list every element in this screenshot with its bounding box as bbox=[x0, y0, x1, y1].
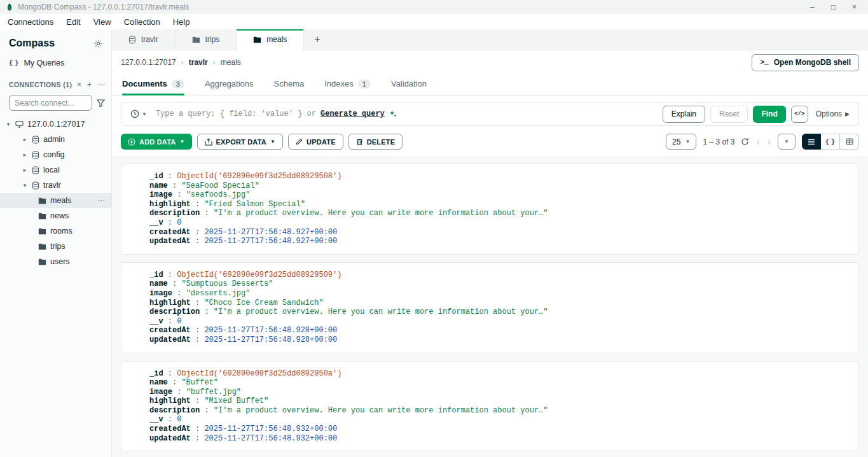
menu-edit[interactable]: Edit bbox=[66, 17, 80, 27]
workspace-tab-meals[interactable]: meals bbox=[237, 29, 304, 50]
find-button[interactable]: Find bbox=[753, 106, 785, 123]
update-button[interactable]: UPDATE bbox=[288, 134, 343, 150]
connections-more-icon[interactable]: ⋯ bbox=[97, 80, 105, 89]
sidebar-db-config[interactable]: ▸ config bbox=[0, 147, 111, 162]
json-view-button[interactable]: { } bbox=[821, 134, 840, 150]
field-colon: : bbox=[172, 190, 186, 199]
field-key: __v bbox=[149, 218, 163, 227]
explain-button[interactable]: Explain bbox=[663, 106, 705, 123]
document-field: updatedAt : 2025-11-27T17:56:48.928+00:0… bbox=[149, 335, 848, 345]
tab-documents[interactable]: Documents 3 bbox=[122, 79, 184, 95]
query-history-button[interactable]: ▼ bbox=[128, 109, 149, 118]
sidebar-collection-meals[interactable]: meals ⋯ bbox=[0, 193, 111, 208]
document-card[interactable]: _id : ObjectId('692890e09f3d25dd08929508… bbox=[121, 164, 859, 255]
document-field: highlight : "Fried Salmon Special" bbox=[149, 200, 848, 209]
page-size-select[interactable]: 25 ▼ bbox=[666, 134, 696, 150]
workspace-tab-trips[interactable]: trips bbox=[176, 29, 237, 50]
settings-gear-icon[interactable] bbox=[94, 39, 102, 48]
sidebar-item-my-queries[interactable]: { } My Queries bbox=[0, 55, 111, 71]
query-code-toggle-button[interactable]: </> bbox=[791, 106, 808, 123]
chevron-right-icon[interactable]: ▸ bbox=[22, 151, 28, 158]
document-field: _id : ObjectId('692890e09f3d25dd08929508… bbox=[149, 172, 848, 181]
field-value: ObjectId('692890e09f3d25dd08929508') bbox=[177, 172, 341, 181]
sidebar-collection-news[interactable]: news bbox=[0, 208, 111, 223]
export-data-button[interactable]: EXPORT DATA ▼ bbox=[197, 134, 284, 150]
refresh-button[interactable] bbox=[741, 137, 749, 146]
query-actions: Explain Reset Find </> Options ▶ bbox=[663, 106, 852, 123]
maximize-button[interactable]: □ bbox=[831, 3, 836, 11]
field-value: 2025-11-27T17:56:48.927+00:00 bbox=[204, 228, 337, 237]
tab-schema[interactable]: Schema bbox=[274, 79, 305, 95]
sidebar-collection-users[interactable]: users bbox=[0, 254, 111, 269]
document-card[interactable]: _id : ObjectId('692890e09f3d25dd0892950a… bbox=[121, 361, 859, 452]
sidebar-db-admin[interactable]: ▸ admin bbox=[0, 132, 111, 147]
minimize-button[interactable]: – bbox=[810, 3, 815, 11]
menu-bar: Connections Edit View Collection Help bbox=[0, 14, 868, 29]
tab-validation[interactable]: Validation bbox=[391, 79, 427, 95]
chevron-right-icon[interactable]: ▸ bbox=[22, 167, 28, 173]
add-connection-icon[interactable]: + bbox=[87, 80, 92, 89]
breadcrumb-database[interactable]: travlr bbox=[189, 58, 208, 67]
collection-name: rooms bbox=[50, 227, 72, 236]
field-key: _id bbox=[149, 271, 163, 279]
page-size-value: 25 bbox=[672, 137, 680, 146]
collapse-connections-icon[interactable]: × bbox=[77, 80, 81, 89]
prev-page-button[interactable]: ‹ bbox=[755, 137, 760, 147]
query-input[interactable]: Type a query: { field: 'value' } or Gene… bbox=[156, 109, 656, 118]
options-toggle[interactable]: Options ▶ bbox=[813, 109, 852, 118]
document-card[interactable]: _id : ObjectId('692890e09f3d25dd08929509… bbox=[121, 262, 859, 353]
menu-help[interactable]: Help bbox=[173, 17, 190, 27]
tab-aggregations[interactable]: Aggregations bbox=[205, 79, 254, 95]
sidebar-db-local[interactable]: ▸ local bbox=[0, 162, 111, 178]
list-view-button[interactable] bbox=[802, 134, 821, 150]
next-page-button[interactable]: › bbox=[767, 137, 771, 147]
trash-icon bbox=[356, 138, 363, 146]
field-value: "seafoods.jpg" bbox=[186, 190, 251, 199]
generate-query-link[interactable]: Generate query bbox=[320, 109, 385, 118]
table-view-button[interactable] bbox=[840, 134, 859, 150]
chevron-down-icon[interactable]: ▾ bbox=[22, 182, 28, 188]
field-value: ObjectId('692890e09f3d25dd0892950a') bbox=[177, 369, 341, 378]
collection-name: news bbox=[50, 211, 69, 220]
field-value: "SeaFood Special" bbox=[181, 181, 259, 190]
indexes-count-badge: 1 bbox=[358, 80, 371, 88]
breadcrumb-collection[interactable]: meals bbox=[221, 58, 241, 67]
tab-label: Validation bbox=[391, 79, 427, 88]
workspace-tab-label: trips bbox=[205, 35, 220, 44]
tab-indexes[interactable]: Indexes 1 bbox=[324, 79, 371, 95]
field-value: 0 bbox=[177, 317, 181, 326]
delete-button[interactable]: DELETE bbox=[348, 134, 403, 150]
output-options-select[interactable]: ▼ bbox=[778, 134, 796, 150]
field-key: __v bbox=[149, 317, 163, 326]
sidebar-collection-trips[interactable]: trips bbox=[0, 239, 111, 254]
sidebar-connection-127001[interactable]: ▾ 127.0.0.1:27017 bbox=[0, 116, 111, 132]
field-key: name bbox=[149, 181, 168, 190]
connections-search-input[interactable] bbox=[9, 95, 92, 111]
add-data-button[interactable]: ADD DATA ▼ bbox=[121, 134, 192, 150]
menu-connections[interactable]: Connections bbox=[8, 17, 53, 27]
filter-funnel-icon[interactable] bbox=[97, 99, 105, 107]
field-value: 2025-11-27T17:56:48.932+00:00 bbox=[204, 434, 337, 443]
connections-header: CONNECTIONS (1) × + ⋯ bbox=[0, 71, 111, 93]
menu-view[interactable]: View bbox=[93, 17, 111, 27]
database-icon bbox=[32, 136, 39, 144]
breadcrumb-connection[interactable]: 127.0.0.1:27017 bbox=[121, 58, 176, 67]
workspace-tab-travlr[interactable]: travlr bbox=[112, 29, 176, 50]
menu-collection[interactable]: Collection bbox=[124, 17, 160, 27]
window-title: MongoDB Compass - 127.0.0.1:27017/travlr… bbox=[18, 3, 189, 11]
collection-more-icon[interactable]: ⋯ bbox=[97, 196, 105, 205]
close-button[interactable]: × bbox=[852, 3, 857, 11]
field-key: _id bbox=[149, 369, 163, 378]
reset-button[interactable]: Reset bbox=[710, 106, 748, 123]
my-queries-label: My Queries bbox=[24, 59, 64, 67]
tab-label: Schema bbox=[274, 79, 305, 88]
chevron-down-icon[interactable]: ▾ bbox=[5, 121, 11, 127]
sidebar-db-travlr[interactable]: ▾ travlr bbox=[0, 178, 111, 193]
folder-icon bbox=[192, 36, 200, 43]
chevron-right-icon[interactable]: ▸ bbox=[22, 136, 28, 143]
new-tab-button[interactable]: + bbox=[304, 29, 330, 50]
database-icon bbox=[32, 151, 39, 159]
field-key: __v bbox=[149, 415, 163, 424]
open-mongodb-shell-button[interactable]: >_ Open MongoDB shell bbox=[752, 54, 859, 71]
sidebar-collection-rooms[interactable]: rooms bbox=[0, 223, 111, 239]
